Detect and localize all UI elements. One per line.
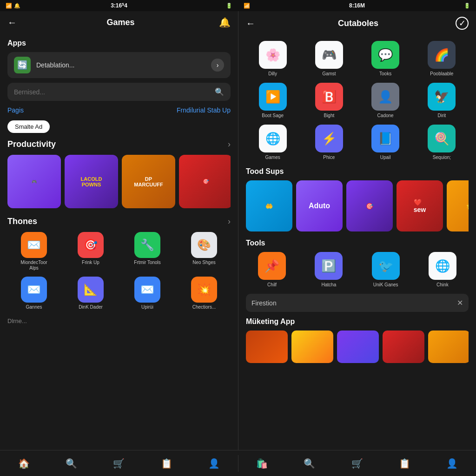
tood-card-3[interactable]: ❤️sew [397,180,443,231]
left-nav-home[interactable]: 🏠 [14,456,33,471]
right-app-cadone[interactable]: 👤 Cadone [359,83,412,118]
right-app-gamst[interactable]: 🎮 Gamst [302,41,356,76]
sequion-label: Sequion; [433,155,451,160]
left-nav-cart[interactable]: 🛒 [109,456,128,471]
right-app-dilly[interactable]: 🌸 Dilly [246,41,299,76]
unik-icon: 🐦 [372,252,400,280]
left-nav-list[interactable]: 📋 [157,456,176,471]
left-nav-profile[interactable]: 👤 [205,456,224,471]
right-nav-cart[interactable]: 🛒 [348,456,367,471]
app-label-6: Upirüi [141,304,153,310]
app-item-3[interactable]: 🎨 Neo Shges [178,232,231,271]
sequion-icon: 🍭 [428,125,456,152]
app-item-6[interactable]: ✉️ Upirüi [121,277,174,310]
dirit-label: Dirit [437,113,446,118]
detablation-arrow[interactable]: › [211,59,224,72]
left-search-input[interactable] [14,88,215,96]
search-icon-left: 🔍 [66,458,77,469]
app-item-4[interactable]: ✉️ Gannes [7,277,60,310]
app-item-1[interactable]: 🎯 Frink Up [64,232,117,271]
unik-label: UniK Ganes [373,282,398,287]
left-back-button[interactable]: ← [7,17,17,28]
app-icon-0: ✉️ [21,232,47,258]
right-app-poob[interactable]: 🌈 Pooblaable [415,41,469,76]
list-icon-left: 📋 [161,458,172,469]
app-item-0[interactable]: ✉️ MiondecToor Alps [7,232,60,271]
thones-title: Thones [7,217,37,226]
hatcha-label: Hatcha [322,282,337,287]
right-back-button[interactable]: ← [246,18,255,29]
right-app-upail[interactable]: 📘 Upail [359,125,412,160]
tood-card-2[interactable]: 🎯 [346,180,393,231]
right-check-icon[interactable]: ✓ [456,17,469,30]
tood-sups-title: Tood Sups [246,167,469,176]
game-card-2[interactable]: DPMARCUUFF [122,155,175,208]
mkt-card-3[interactable] [383,331,424,363]
tood-card-1[interactable]: Aduto [296,180,343,231]
right-app-tooks[interactable]: 💬 Tooks [359,41,412,76]
productivity-arrow[interactable]: › [228,139,231,149]
firestion-search-bar[interactable]: ✕ [246,294,469,312]
app-item-2[interactable]: 🔧 Frtmir Tonols [121,232,174,271]
tools-title: Tools [246,239,469,247]
pagis-link[interactable]: Pagis [7,106,24,114]
frnd-link[interactable]: Frndilurial Stab Up [177,106,231,114]
left-panel-content: Apps 🔄 Detablation... › 🔍 Pagis Frndilur… [0,33,238,450]
game-card-1[interactable]: LACOLDPOWNS [65,155,118,208]
game-card-0[interactable]: 🎮 [7,155,61,208]
left-status-bar: 📶 🔔 3:16⁵4 🔋 [0,0,238,11]
right-panel-title: Cutaboles [261,19,456,28]
right-nav-search[interactable]: 🔍 [300,456,319,471]
smalte-ad-tag[interactable]: Smalte Ad [7,120,50,133]
right-app-games[interactable]: 🌐 Games [246,125,299,160]
tool-unik[interactable]: 🐦 UniK Ganes [360,252,412,287]
right-app-bight[interactable]: 🅱️ Bight [302,83,356,118]
upail-label: Upail [380,155,391,160]
chilf-icon: 📌 [258,252,286,280]
thones-arrow[interactable]: › [228,217,231,226]
app-icon-3: 🎨 [191,232,217,258]
tool-hatcha[interactable]: 🅿️ Hatcha [303,252,355,287]
left-search-box[interactable]: 🔍 [7,83,231,101]
right-status-bar: 📶 8:16M 🔋 [238,0,476,11]
mkt-card-1[interactable] [291,331,333,363]
bight-label: Bight [324,113,334,118]
game-card-3[interactable]: 🎯 [179,155,231,208]
left-nav-search[interactable]: 🔍 [62,456,81,471]
app-item-7[interactable]: 💥 Chectiors... [178,277,231,310]
app-label-0: MiondecToor Alps [18,260,50,271]
right-nav-profile[interactable]: 👤 [443,456,462,471]
mkt-card-4[interactable] [428,331,469,363]
right-status-icons: 📶 [244,3,349,9]
list-icon-right: 📋 [399,458,410,469]
tood-card-4[interactable]: 🌟 [447,180,469,231]
left-panel: ← Games 🔔 Apps 🔄 Detablation... › 🔍 Pagi… [0,11,238,450]
right-nav-shop[interactable]: 🛍️ [252,456,271,471]
right-app-sequion[interactable]: 🍭 Sequion; [415,125,469,160]
app-item-5[interactable]: 📐 DinK Dader [64,277,117,310]
right-app-phice[interactable]: ⚡ Phice [302,125,356,160]
right-app-dirit[interactable]: 🦅 Dirit [415,83,469,118]
cart-icon-right: 🛒 [351,458,363,469]
detablation-app-row[interactable]: 🔄 Detablation... › [7,52,231,78]
tool-chink[interactable]: 🌐 Chink [416,252,469,287]
search-icon-right: 🔍 [304,458,315,469]
search-close-icon[interactable]: ✕ [457,298,463,307]
right-nav-list[interactable]: 📋 [395,456,414,471]
firestion-input[interactable] [251,299,457,307]
mkt-card-2[interactable] [337,331,379,363]
tood-card-0[interactable]: 🤲 [246,180,292,231]
signal-icon: 📶 [6,3,12,9]
app-icon-4: ✉️ [21,277,47,303]
right-panel-content: 🌸 Dilly 🎮 Gamst 💬 Tooks 🌈 Pooblaable ▶️ [238,35,476,450]
right-app-boot[interactable]: ▶️ Boot Sage [246,83,299,118]
right-status-time: 8:16M [349,2,365,9]
mkt-card-0[interactable] [246,331,288,363]
thones-app-grid: ✉️ MiondecToor Alps 🎯 Frink Up 🔧 Frtmir … [7,232,231,310]
left-notification-icon[interactable]: 🔔 [219,17,231,28]
gamst-label: Gamst [322,71,336,76]
tool-chilf[interactable]: 📌 Chilf [246,252,298,287]
poob-icon: 🌈 [428,41,456,69]
left-panel-title: Games [22,18,219,27]
boot-icon: ▶️ [259,83,287,111]
